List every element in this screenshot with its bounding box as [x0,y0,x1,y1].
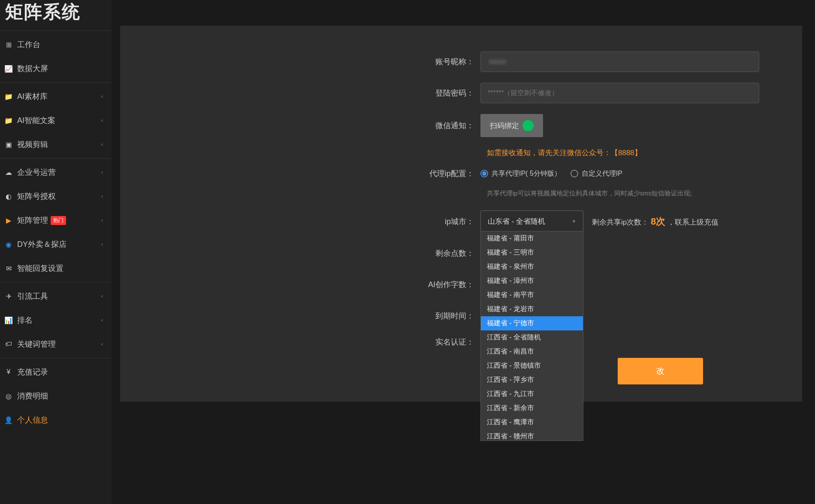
sidebar-item-label: DY外卖＆探店 [17,239,66,249]
user-icon: 👤 [4,416,13,424]
store-icon: ◉ [4,240,13,249]
key-icon: ◐ [4,192,13,201]
submit-button[interactable]: 改 [618,358,703,384]
sidebar-item-smart-reply[interactable]: ✉ 智能回复设置 [0,256,112,280]
wechat-notice-text: 如需接收通知，请先关注微信公众号：【8888】 [487,148,785,158]
sidebar-item-consumption[interactable]: ◎ 消费明细 [0,384,112,408]
city-option[interactable]: 江西省 - 赣州市 [481,429,583,441]
sidebar-item-matrix-manage[interactable]: ▶ 矩阵管理 热门 ‹ [0,208,112,232]
chevron-left-icon: ‹ [101,241,103,247]
sidebar-item-recharge[interactable]: ¥ 充值记录 [0,360,112,384]
nickname-label: 账号昵称： [137,57,480,67]
chevron-left-icon: ‹ [101,317,103,323]
city-option[interactable]: 福建省 - 南平市 [481,288,583,302]
sidebar-item-dy-takeout[interactable]: ◉ DY外卖＆探店 ‹ [0,232,112,256]
tag-icon: 🏷 [4,340,13,348]
city-option[interactable]: 福建省 - 莆田市 [481,231,583,246]
sidebar-item-label: 排名 [17,315,33,325]
expire-label: 到期时间： [137,311,480,321]
proxy-label: 代理ip配置： [137,168,480,179]
city-option[interactable]: 江西省 - 鹰潭市 [481,415,583,429]
city-option[interactable]: 江西省 - 新余市 [481,401,583,415]
ai-words-label: AI创作字数： [137,279,480,290]
sidebar-item-label: 智能回复设置 [17,263,63,273]
grid-icon: ⊞ [4,40,13,49]
password-label: 登陆密码： [137,88,480,98]
sidebar-item-ai-materials[interactable]: 📁 AI素材库 ‹ [0,84,112,108]
chevron-left-icon: ‹ [101,341,103,347]
sidebar-item-workbench[interactable]: ⊞ 工作台 [0,33,112,57]
nickname-input[interactable] [480,51,759,72]
points-label: 剩余点数： [137,248,480,258]
chevron-left-icon: ‹ [101,117,103,123]
sidebar-item-label: 数据大屏 [17,63,48,74]
sidebar-item-ranking[interactable]: 📊 排名 ‹ [0,308,112,332]
wechat-bind-button[interactable]: 扫码绑定 [480,114,543,137]
city-option[interactable]: 江西省 - 景德镇市 [481,359,583,373]
folder-icon: 📁 [4,116,13,125]
proxy-radio-custom[interactable]: 自定义代理IP [570,169,622,178]
radio-label: 共享代理IP( 5分钟版） [492,169,561,178]
chevron-left-icon: ‹ [101,141,103,147]
city-option[interactable]: 江西省 - 南昌市 [481,345,583,359]
city-option[interactable]: 江西省 - 萍乡市 [481,373,583,387]
proxy-helper-text: 共享代理ip可以将视频属地定位到具体城市，同时减少sms短信验证出现; [487,189,785,198]
city-select[interactable]: 山东省 - 全省随机 ▼ [480,210,583,232]
city-option[interactable]: 福建省 - 三明市 [481,246,583,260]
sidebar-item-matrix-auth[interactable]: ◐ 矩阵号授权 ‹ [0,184,112,208]
sidebar-item-drainage[interactable]: ✈ 引流工具 ‹ [0,284,112,308]
realname-label: 实名认证： [137,337,480,347]
sidebar-item-label: 矩阵号授权 [17,191,56,201]
ip-remaining-suffix: ，联系上级充值 [667,218,718,226]
main-content: 账号昵称： xxxxx 登陆密码： 微信通知： 扫码绑定 如需接收通知，请先关注… [120,26,802,402]
wechat-icon [522,120,534,131]
app-title: 矩阵系统 [0,0,112,30]
city-label: ip城市： [137,216,480,227]
city-option[interactable]: 江西省 - 全省随机 [481,330,583,345]
city-option[interactable]: 福建省 - 泉州市 [481,260,583,274]
radio-label: 自定义代理IP [582,169,622,178]
city-option[interactable]: 福建省 - 宁德市 [481,316,583,330]
city-selected-value: 山东省 - 全省随机 [488,216,545,226]
proxy-radio-shared[interactable]: 共享代理IP( 5分钟版） [480,169,561,178]
dropdown-arrow-icon: ▼ [572,219,576,224]
sidebar-item-label: 充值记录 [17,367,48,377]
sidebar-item-label: 关键词管理 [17,339,56,349]
rank-icon: 📊 [4,316,13,324]
wechat-label: 微信通知： [137,120,480,131]
sidebar: 矩阵系统 ⊞ 工作台 📈 数据大屏 📁 AI素材库 ‹ 📁 AI智能文案 ‹ ▣… [0,0,112,504]
city-option[interactable]: 福建省 - 龙岩市 [481,302,583,316]
sidebar-item-label: AI素材库 [17,91,48,102]
sidebar-item-label: 个人信息 [17,415,48,425]
ip-remaining-count: 8次 [651,216,665,227]
sidebar-item-label: 工作台 [17,39,40,50]
sidebar-item-keywords[interactable]: 🏷 关键词管理 ‹ [0,332,112,356]
sidebar-item-profile[interactable]: 👤 个人信息 [0,408,112,432]
hot-badge: 热门 [51,216,66,225]
mail-icon: ✉ [4,264,13,273]
chevron-left-icon: ‹ [101,93,103,99]
sidebar-item-ai-copywriting[interactable]: 📁 AI智能文案 ‹ [0,108,112,132]
city-dropdown-list: 福建省 - 莆田市福建省 - 三明市福建省 - 泉州市福建省 - 漳州市福建省 … [480,231,583,441]
send-icon: ✈ [4,292,13,300]
chevron-left-icon: ‹ [101,193,103,199]
doc-icon: ◎ [4,392,13,400]
sidebar-item-dashboard[interactable]: 📈 数据大屏 [0,57,112,81]
sidebar-item-label: 消费明细 [17,391,48,401]
city-option[interactable]: 江西省 - 九江市 [481,387,583,401]
sidebar-item-video-editing[interactable]: ▣ 视频剪辑 ‹ [0,132,112,156]
folder-icon: 📁 [4,92,13,101]
sidebar-item-enterprise[interactable]: ☁ 企业号运营 ‹ [0,160,112,184]
sidebar-item-label: 矩阵管理 [17,215,48,225]
ip-remaining-info: 剩余共享ip次数： 8次 ，联系上级充值 [592,215,718,228]
sidebar-item-label: 引流工具 [17,291,48,301]
wechat-bind-label: 扫码绑定 [490,121,519,131]
sidebar-item-label: AI智能文案 [17,115,55,126]
chevron-left-icon: ‹ [101,293,103,299]
yen-icon: ¥ [4,368,13,376]
password-input[interactable] [480,83,759,103]
cloud-icon: ☁ [4,168,13,177]
city-option[interactable]: 福建省 - 漳州市 [481,274,583,288]
sidebar-item-label: 视频剪辑 [17,139,48,150]
chevron-left-icon: ‹ [101,169,103,175]
